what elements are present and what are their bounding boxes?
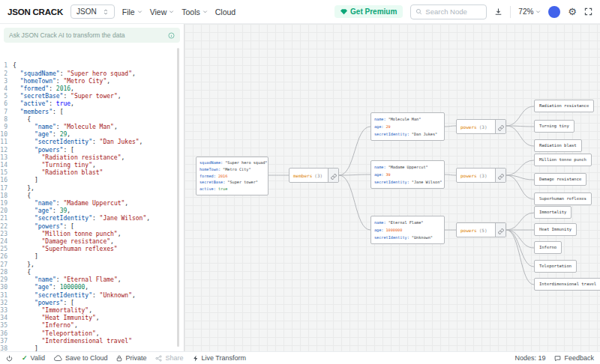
search-input[interactable] — [425, 7, 482, 16]
code-line[interactable]: 27 }, — [0, 261, 184, 269]
account-button[interactable] — [548, 6, 560, 18]
feedback-button[interactable]: Feedback — [554, 354, 594, 362]
code-text: "Teleportation", — [13, 330, 100, 338]
menu-file[interactable]: File — [122, 7, 142, 16]
chevron-down-icon — [202, 9, 208, 14]
code-line[interactable]: 36 "Teleportation", — [0, 330, 184, 338]
code-line[interactable]: 9 "name": "Molecule Man", — [0, 124, 184, 131]
graph-node-members[interactable]: members(3) — [289, 168, 339, 183]
collapse-link-button[interactable] — [495, 223, 506, 237]
code-line[interactable]: 33 "Immortality", — [0, 307, 184, 315]
code-line[interactable]: 5 "secretBase": "Super tower", — [0, 93, 184, 100]
line-number: 29 — [0, 276, 13, 284]
line-number: 31 — [0, 292, 13, 300]
code-line[interactable]: 34 "Heat Immunity", — [0, 315, 184, 322]
code-line[interactable]: 19 "name": "Madame Uppercut", — [0, 200, 184, 207]
bolt-icon — [193, 355, 199, 362]
editor-toggle-icon[interactable] — [6, 355, 13, 362]
code-line[interactable]: 1{ — [0, 62, 184, 70]
code-line[interactable]: 14 "Turning tiny", — [0, 162, 184, 169]
code-line[interactable]: 4 "formed": 2016, — [0, 85, 184, 93]
graph-node-leaf[interactable]: Superhuman reflexes — [534, 192, 592, 205]
code-line[interactable]: 11 "secretIdentity": "Dan Jukes", — [0, 139, 184, 146]
code-text: }, — [13, 185, 34, 192]
line-number: 15 — [0, 169, 13, 177]
code-line[interactable]: 38 ] — [0, 345, 184, 351]
code-line[interactable]: 28 { — [0, 269, 184, 276]
live-transform-toggle[interactable]: Live Transform — [193, 354, 247, 362]
graph-node-leaf[interactable]: Radiation resistance — [534, 100, 594, 112]
code-line[interactable]: 17 }, — [0, 185, 184, 192]
code-line[interactable]: 12 "powers": [ — [0, 147, 184, 154]
graph-node-leaf[interactable]: Heat Immunity — [534, 223, 577, 236]
menu-view[interactable]: View — [150, 7, 175, 16]
share-button[interactable]: Share — [155, 354, 183, 362]
collapse-link-button[interactable] — [328, 169, 338, 182]
code-text: "Interdimensional travel" — [13, 338, 132, 345]
code-line[interactable]: 25 "Superhuman reflexes" — [0, 246, 184, 253]
code-line[interactable]: 21 "secretIdentity": "Jane Wilson", — [0, 215, 184, 222]
code-line[interactable]: 31 "secretIdentity": "Unknown", — [0, 292, 184, 300]
code-line[interactable]: 2 "squadName": "Super hero squad", — [0, 70, 184, 78]
code-line[interactable]: 24 "Damage resistance", — [0, 238, 184, 246]
code-line[interactable]: 3 "homeTown": "Metro City", — [0, 78, 184, 85]
node-row: name:"Eternal Flame" — [374, 219, 441, 226]
fullscreen-icon[interactable] — [584, 7, 592, 16]
code-text: ] — [13, 177, 38, 184]
graph-node-leaf[interactable]: Damage resistance — [534, 173, 586, 186]
graph-node-leaf[interactable]: Inferno — [534, 241, 562, 254]
gear-icon[interactable]: ⚙ — [568, 7, 577, 16]
code-line[interactable]: 29 "name": "Eternal Flame", — [0, 276, 184, 284]
graph-node-leaf[interactable]: Teleportation — [534, 260, 577, 273]
code-line[interactable]: 26 ] — [0, 253, 184, 261]
graph-node-member[interactable]: name:"Madame Uppercut" age:39 secretIden… — [370, 160, 445, 189]
graph-canvas[interactable]: squadName:"Super hero squad" homeTown:"M… — [184, 24, 600, 351]
code-line[interactable]: 13 "Radiation resistance", — [0, 154, 184, 162]
code-text: "Superhuman reflexes" — [13, 246, 118, 253]
code-line[interactable]: 6 "active": true, — [0, 100, 184, 108]
code-line[interactable]: 10 "age": 29, — [0, 131, 184, 139]
code-line[interactable]: 37 "Interdimensional travel" — [0, 338, 184, 345]
graph-node-member[interactable]: name:"Eternal Flame" age:1000000 secretI… — [370, 216, 445, 244]
menu-tools[interactable]: Tools — [182, 7, 208, 16]
code-line[interactable]: 23 "Million tonne punch", — [0, 231, 184, 238]
graph-node-powers[interactable]: powers(5) — [456, 222, 506, 237]
editor-scrollbar[interactable] — [177, 48, 179, 347]
code-line[interactable]: 15 "Radiation blast" — [0, 169, 184, 177]
graph-node-leaf[interactable]: Immortality — [534, 206, 572, 219]
menu-cloud[interactable]: Cloud — [215, 7, 236, 16]
save-to-cloud-button[interactable]: Save to Cloud — [54, 354, 108, 362]
ai-banner[interactable]: Ask JSON Crack AI to transform the data — [4, 28, 180, 43]
get-premium-button[interactable]: Get Premium — [334, 5, 403, 18]
zoom-control[interactable]: 72% — [518, 7, 541, 16]
line-number: 32 — [0, 300, 13, 307]
info-icon[interactable] — [168, 32, 175, 39]
collapse-link-button[interactable] — [495, 120, 506, 133]
graph-node-leaf[interactable]: Million tonne punch — [534, 154, 592, 166]
ai-banner-text: Ask JSON Crack AI to transform the data — [9, 31, 164, 39]
line-number: 18 — [0, 192, 13, 200]
code-line[interactable]: 30 "age": 1000000, — [0, 284, 184, 291]
graph-node-member[interactable]: name:"Molecule Man" age:29 secretIdentit… — [370, 112, 445, 141]
code-line[interactable]: 32 "powers": [ — [0, 300, 184, 307]
code-line[interactable]: 16 ] — [0, 177, 184, 184]
graph-node-powers[interactable]: powers(3) — [456, 119, 506, 134]
graph-node-powers[interactable]: powers(3) — [456, 168, 506, 183]
graph-node-root[interactable]: squadName:"Super hero squad" homeTown:"M… — [196, 157, 268, 195]
graph-node-leaf[interactable]: Interdimensional travel — [534, 278, 600, 291]
code-line[interactable]: 20 "age": 39, — [0, 207, 184, 215]
code-line[interactable]: 7 "members": [ — [0, 109, 184, 116]
graph-node-leaf[interactable]: Radiation blast — [534, 139, 582, 152]
code-line[interactable]: 35 "Inferno", — [0, 322, 184, 330]
code-line[interactable]: 8 { — [0, 116, 184, 124]
format-select[interactable]: JSON — [70, 4, 115, 19]
collapse-link-button[interactable] — [495, 169, 506, 182]
line-number: 30 — [0, 284, 13, 291]
download-icon[interactable] — [494, 7, 502, 16]
code-line[interactable]: 22 "powers": [ — [0, 223, 184, 231]
code-editor[interactable]: 1{2 "squadName": "Super hero squad",3 "h… — [0, 47, 184, 351]
code-line[interactable]: 18 { — [0, 192, 184, 200]
private-toggle[interactable]: Private — [116, 354, 146, 362]
graph-node-leaf[interactable]: Turning tiny — [534, 120, 574, 133]
search-node-box[interactable] — [410, 4, 487, 19]
